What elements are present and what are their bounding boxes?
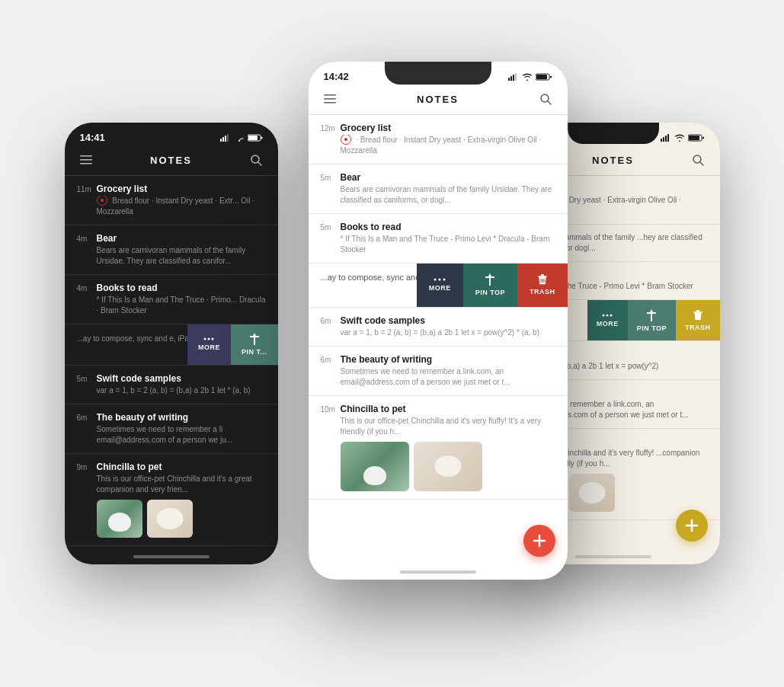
- pin-label: PIN T...: [242, 348, 267, 356]
- header-title-center: NOTES: [417, 94, 459, 105]
- search-icon-center[interactable]: [536, 90, 555, 108]
- svg-rect-32: [541, 274, 544, 276]
- thumb-2-center: [414, 442, 482, 491]
- svg-rect-50: [693, 312, 702, 313]
- more-button-right[interactable]: MORE: [587, 300, 628, 340]
- svg-rect-40: [665, 136, 667, 142]
- header-title-left: NOTES: [150, 155, 192, 166]
- status-icons-right: [661, 134, 705, 142]
- fab-button-right[interactable]: [676, 510, 708, 542]
- note-item-bear-center[interactable]: 5m Bear Bears are carnivoran mammals of …: [309, 165, 568, 214]
- time-center: 14:42: [324, 71, 349, 82]
- note-item-chinchilla-center[interactable]: 10m Chincilla to pet This is our office-…: [309, 396, 568, 500]
- phone-center: 14:42 NOTES: [309, 62, 568, 580]
- svg-rect-8: [80, 155, 92, 157]
- signal-icon: [508, 73, 519, 81]
- svg-point-28: [434, 279, 437, 281]
- note-thumbs-center: [341, 442, 555, 491]
- notch-right: [568, 123, 659, 144]
- note-time: 11m: [77, 185, 92, 193]
- menu-icon-center[interactable]: [321, 90, 339, 108]
- note-item-swipe-left[interactable]: ...ay to compose, sync and e, iPad and M…: [65, 324, 278, 366]
- note-item-swipe-center[interactable]: ...ay to compose, sync and e, iPad and M…: [309, 264, 568, 308]
- notch-center: [385, 62, 491, 85]
- battery-icon: [248, 134, 263, 142]
- svg-rect-0: [220, 139, 222, 142]
- wifi-icon: [674, 134, 685, 142]
- svg-rect-7: [261, 136, 262, 139]
- note-preview: Sometimes we need to remember a li email…: [97, 424, 266, 446]
- notch-left: [126, 123, 217, 144]
- svg-rect-21: [536, 75, 547, 79]
- svg-point-4: [238, 140, 240, 142]
- note-item-books-left[interactable]: 4m Books to read * If This Is a Man and …: [65, 275, 278, 324]
- trash-button-center[interactable]: TRASH: [517, 264, 568, 307]
- svg-rect-6: [248, 136, 258, 140]
- signal-icon: [220, 134, 231, 142]
- note-item-beauty-center[interactable]: 6m The beauty of writing Sometimes we ne…: [309, 347, 568, 396]
- phone-left: 14:41 NOTES: [65, 123, 278, 564]
- note-item-books-center[interactable]: 5m Books to read * If This Is a Man and …: [309, 214, 568, 264]
- home-indicator-center: [400, 570, 476, 574]
- note-item-bear-left[interactable]: 4m Bear Bears are carnivoran mammals of …: [65, 225, 278, 275]
- status-icons-left: [220, 134, 263, 142]
- note-title: Swift code samples: [341, 315, 425, 326]
- note-time: 6m: [321, 356, 336, 364]
- svg-rect-16: [508, 78, 510, 81]
- pin-button-center[interactable]: PIN TOP: [463, 264, 517, 307]
- svg-point-14: [208, 338, 210, 340]
- note-item-grocery-center[interactable]: 12m Grocery list · Bread flour · Instant…: [309, 115, 568, 165]
- svg-point-13: [204, 338, 206, 340]
- trash-label-center: TRASH: [530, 288, 555, 296]
- swipe-actions-right: MORE PIN TOP TRASH: [587, 300, 720, 340]
- svg-rect-25: [324, 102, 336, 104]
- more-button-center[interactable]: MORE: [417, 264, 463, 307]
- svg-rect-22: [550, 75, 552, 78]
- note-time: 6m: [321, 317, 336, 325]
- pin-button-left[interactable]: PIN T...: [231, 324, 278, 365]
- app-header-left: NOTES: [65, 146, 278, 175]
- note-preview: · Bread flour · Instant Dry yeast · Extr…: [341, 135, 555, 156]
- battery-icon: [536, 73, 552, 81]
- pin-label-center: PIN TOP: [475, 289, 505, 296]
- note-item-swift-center[interactable]: 6m Swift code samples var a = 1, b = 2 (…: [309, 308, 568, 347]
- trash-button-right[interactable]: TRASH: [676, 300, 720, 340]
- svg-point-30: [443, 279, 446, 281]
- svg-rect-10: [80, 163, 92, 165]
- menu-icon-left[interactable]: [77, 151, 95, 169]
- svg-point-15: [212, 338, 214, 340]
- svg-point-48: [606, 314, 609, 316]
- note-time: 10m: [321, 405, 336, 414]
- search-icon-right[interactable]: [689, 151, 707, 169]
- svg-line-27: [548, 101, 551, 104]
- note-item-beauty-left[interactable]: 6m The beauty of writing Sometimes we ne…: [65, 404, 278, 454]
- note-time: 6m: [77, 414, 92, 422]
- note-item-grocery-left[interactable]: 11m Grocery list Bread flour · Instant D…: [65, 176, 278, 225]
- thumb-2-right: [569, 474, 615, 512]
- note-title: Bear: [97, 233, 117, 244]
- note-title: Swift code samples: [97, 373, 181, 384]
- signal-icon: [661, 134, 671, 142]
- note-time: 4m: [77, 235, 92, 243]
- fab-button-center[interactable]: [523, 525, 555, 557]
- note-item-chinchilla-left[interactable]: 9m Chincilla to pet This is our office-p…: [65, 454, 278, 546]
- note-preview: * If This Is a Man and The Truce · Primo…: [97, 295, 266, 316]
- note-title: Chincilla to pet: [341, 404, 406, 414]
- pin-button-right[interactable]: PIN TOP: [628, 300, 676, 340]
- note-title: Grocery list: [97, 184, 148, 194]
- note-preview: var a = 1, b = 2 (a, b) = (b,a) a 2b 1 l…: [341, 328, 555, 338]
- wifi-icon: [522, 73, 533, 81]
- notes-list-center: 12m Grocery list · Bread flour · Instant…: [309, 115, 568, 565]
- home-indicator-left: [133, 555, 210, 558]
- more-button-left[interactable]: MORE: [187, 324, 231, 365]
- svg-rect-38: [661, 139, 662, 142]
- svg-point-29: [439, 279, 441, 281]
- notes-list-left: 11m Grocery list Bread flour · Instant D…: [65, 176, 278, 550]
- svg-rect-39: [663, 137, 664, 142]
- svg-rect-1: [222, 137, 224, 142]
- wifi-icon: [234, 134, 245, 142]
- note-title: Grocery list: [341, 123, 392, 133]
- search-icon-left[interactable]: [247, 151, 265, 169]
- note-item-swift-left[interactable]: 5m Swift code samples var a = 1, b = 2 (…: [65, 366, 278, 404]
- time-left: 14:41: [80, 132, 105, 143]
